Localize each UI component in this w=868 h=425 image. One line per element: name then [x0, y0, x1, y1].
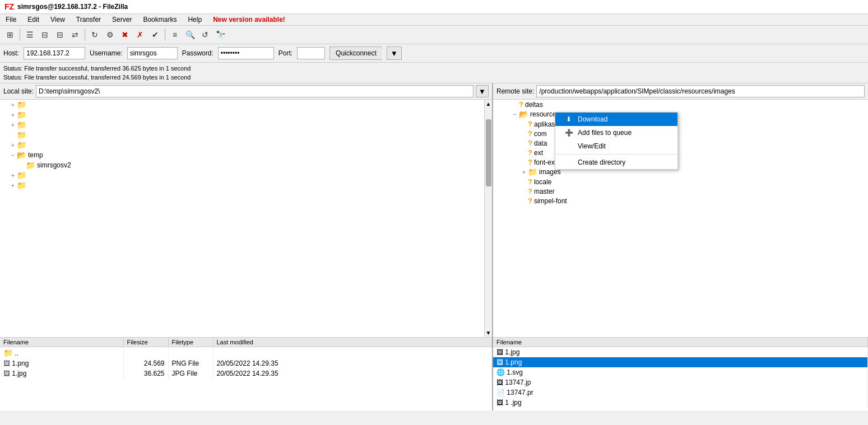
local-tree-item[interactable]: +📁: [0, 100, 492, 110]
remote-site-bar: Remote site:: [493, 83, 868, 100]
menu-item-bookmarks[interactable]: Bookmarks: [137, 14, 182, 25]
local-path-input[interactable]: [36, 85, 474, 97]
remote-path-input[interactable]: [536, 85, 865, 97]
toolbar-toggle-msglg[interactable]: ☰: [22, 27, 37, 42]
remote-tree-label: font-ext: [534, 158, 556, 166]
local-file-row[interactable]: 🖼 1.jpg 36.625 JPG File 20/05/2022 14.29…: [0, 368, 492, 379]
local-tree-item[interactable]: +📁: [0, 180, 492, 190]
expand-btn[interactable]: −: [9, 151, 17, 159]
toolbar-search[interactable]: 🔍: [183, 27, 197, 42]
toolbar-cancel[interactable]: ✖: [118, 27, 132, 42]
local-site-label: Local site:: [3, 87, 34, 95]
remote-tree-item[interactable]: ?simpel-font: [493, 196, 868, 206]
remote-tree-item[interactable]: −📂resources: [493, 109, 868, 119]
app-logo: FZ: [4, 2, 14, 11]
local-tree-item[interactable]: +📁: [0, 120, 492, 130]
local-tree-item[interactable]: +📁: [0, 110, 492, 120]
local-tree-item[interactable]: +📁: [0, 140, 492, 150]
toolbar-cancel-queue[interactable]: ✗: [133, 27, 147, 42]
titlebar: FZ simrsgos@192.168.137.2 - FileZilla: [0, 0, 868, 14]
menu-item-file[interactable]: File: [0, 14, 22, 25]
menubar: FileEditViewTransferServerBookmarksHelpN…: [0, 14, 868, 26]
toolbar-refresh[interactable]: ↺: [198, 27, 212, 42]
password-input[interactable]: [218, 47, 274, 59]
expand-btn[interactable]: +: [9, 171, 17, 179]
unknown-icon: ?: [528, 197, 532, 205]
remote-tree-item[interactable]: ?font-ext: [493, 157, 868, 167]
quickconnect-dropdown[interactable]: ▼: [387, 46, 402, 60]
expand-btn[interactable]: +: [9, 111, 17, 119]
local-file-row[interactable]: 🖼 1.png 24.569 PNG File 20/05/2022 14.29…: [0, 358, 492, 368]
remote-tree-item[interactable]: ?ext: [493, 148, 868, 157]
toolbar-toggle-local[interactable]: ⊟: [38, 27, 52, 42]
remote-file-list[interactable]: ▲ Filename 🖼 1.jpg🖼 1.png🌐 1.svg🖼 13747.…: [493, 338, 868, 410]
menu-item-view[interactable]: View: [45, 14, 71, 25]
toolbar-find[interactable]: 🔭: [213, 27, 228, 42]
local-path-dropdown[interactable]: ▼: [476, 85, 489, 97]
menu-item-help[interactable]: Help: [182, 14, 207, 25]
toolbar-toggle-remote[interactable]: ⊟: [53, 27, 67, 42]
status-line2: Status: File transfer successful, transf…: [3, 73, 865, 82]
expand-btn[interactable]: +: [520, 168, 528, 176]
file-name: 📁 ..: [0, 347, 123, 359]
remote-tree[interactable]: ?deltas−📂resources?aplikasi?com?data?ext…: [493, 100, 868, 338]
remote-file-row[interactable]: 🖼 1.png: [493, 357, 868, 367]
local-file-row[interactable]: 📁 ..: [0, 347, 492, 359]
toolbar-settings[interactable]: ⚙: [103, 27, 117, 42]
remote-file-row[interactable]: 🖼 13747.jp: [493, 377, 868, 387]
unknown-icon: ?: [528, 120, 532, 128]
toolbar-queue[interactable]: ≡: [168, 27, 182, 42]
remote-tree-label: deltas: [525, 101, 543, 109]
unknown-icon: ?: [528, 187, 532, 195]
scroll-up-btn[interactable]: ▲: [485, 100, 492, 108]
toolbar-reconnect[interactable]: ↻: [87, 27, 102, 42]
remote-tree-item[interactable]: ?aplikasi: [493, 119, 868, 129]
menu-item-new-version-available![interactable]: New version available!: [207, 14, 291, 25]
quickconnect-button[interactable]: Quickconnect: [329, 46, 382, 60]
remote-tree-item[interactable]: ?master: [493, 186, 868, 196]
expand-btn[interactable]: +: [9, 101, 17, 109]
folder-icon: 📁: [26, 161, 35, 170]
username-input[interactable]: [127, 47, 178, 59]
expand-btn[interactable]: +: [9, 141, 17, 149]
menu-item-edit[interactable]: Edit: [22, 14, 45, 25]
toolbar-ok[interactable]: ✔: [148, 27, 163, 42]
local-tree-item[interactable]: 📁: [0, 130, 492, 140]
toolbar-site-manager[interactable]: ⊞: [3, 27, 17, 42]
main-area: Local site: ▼ +📁+📁+📁📁+📁−📂temp📁simrsgosv2…: [0, 83, 868, 410]
expand-btn[interactable]: −: [511, 110, 519, 118]
scroll-thumb[interactable]: [486, 119, 491, 186]
port-input[interactable]: [297, 47, 325, 59]
remote-file-row[interactable]: 📄 13747.pr: [493, 387, 868, 398]
local-tree-item[interactable]: 📁simrsgosv2: [0, 160, 492, 170]
local-tree-scrollbar[interactable]: ▲ ▼: [484, 100, 492, 337]
toolbar-transfer[interactable]: ⇄: [68, 27, 82, 42]
remote-file-row[interactable]: 🖼 1 .jpg: [493, 398, 868, 408]
remote-tree-item[interactable]: ?locale: [493, 177, 868, 186]
file-size: 24.569: [123, 358, 168, 368]
expand-btn[interactable]: +: [9, 181, 17, 189]
col-filetype: Filetype: [168, 338, 213, 347]
scroll-down-btn[interactable]: ▼: [485, 329, 492, 337]
file-type: [168, 347, 213, 359]
unknown-icon: ?: [528, 178, 532, 186]
menu-item-server[interactable]: Server: [106, 14, 137, 25]
remote-file-row[interactable]: 🖼 1.jpg: [493, 347, 868, 358]
remote-tree-item[interactable]: ?com: [493, 129, 868, 138]
local-tree-item[interactable]: −📂temp: [0, 150, 492, 160]
remote-col-filename: Filename: [493, 338, 868, 347]
unknown-icon: ?: [528, 148, 532, 157]
host-input[interactable]: [24, 47, 85, 59]
remote-tree-item[interactable]: +📁images: [493, 167, 868, 177]
local-tree-item[interactable]: +📁: [0, 170, 492, 180]
menu-item-transfer[interactable]: Transfer: [71, 14, 106, 25]
expand-btn[interactable]: +: [9, 121, 17, 129]
remote-tree-item[interactable]: ?deltas: [493, 100, 868, 109]
tree-label: simrsgosv2: [37, 161, 71, 169]
remote-tree-label: aplikasi: [534, 120, 556, 128]
local-tree[interactable]: +📁+📁+📁📁+📁−📂temp📁simrsgosv2+📁+📁 ▲ ▼: [0, 100, 492, 338]
remote-tree-item[interactable]: ?data: [493, 138, 868, 148]
local-file-list[interactable]: Filename Filesize Filetype Last modified…: [0, 338, 492, 410]
remote-file-row[interactable]: 🌐 1.svg: [493, 367, 868, 377]
folder-icon: 📁: [17, 110, 26, 119]
